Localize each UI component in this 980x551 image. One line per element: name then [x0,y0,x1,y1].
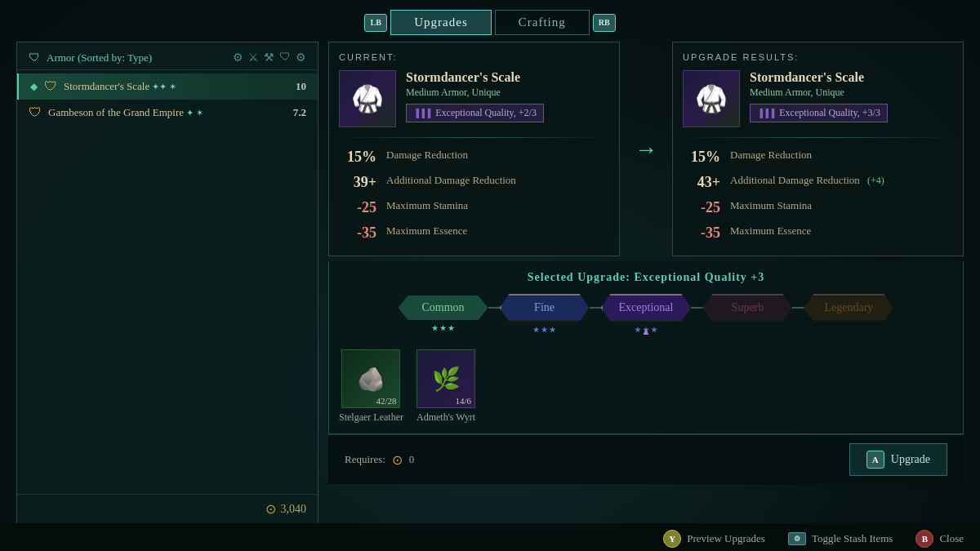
star-icon [533,327,540,333]
material-icon-box: 🌿 14/6 [416,349,475,408]
upgrade-item-info: Stormdancer's Scale Medium Armor, Unique… [750,70,953,127]
requires-section: Requires: ⊙ 0 [345,452,414,468]
toggle-button-icon: ⚙ [788,532,806,545]
item-level: 7.2 [293,106,306,119]
top-nav: LB Upgrades Crafting RB [0,0,980,42]
current-item-name: Stormdancer's Scale [406,70,609,85]
preview-upgrades-label: Preview Upgrades [687,532,765,545]
stat-row: 15% Damage Reduction [339,144,609,170]
tier-item-superb: Superb [702,294,792,322]
divider [339,137,609,138]
tier-connector [792,307,804,309]
tier-superb-button[interactable]: Superb [702,294,792,322]
current-item-type: Medium Armor, Unique [406,87,609,99]
comparison-arrow: → [630,42,662,256]
upgrade-label: Upgrade [891,453,930,466]
comparison-row: CURRENT: 🥋 Stormdancer's Scale Medium Ar… [328,42,964,256]
current-panel: CURRENT: 🥋 Stormdancer's Scale Medium Ar… [328,42,620,256]
current-tier-arrow: ▲ [641,326,651,338]
armor-category-label: Armor (Sorted by: Type) [47,51,152,64]
stat-row: -35 Maximum Essence [339,220,609,246]
lb-trigger[interactable]: LB [364,14,387,32]
stat-val: -25 [689,199,720,216]
stat-name: Maximum Essence [730,224,947,238]
material-count: 14/6 [456,396,472,406]
item-name: Stormdancer's Scale ✦✦ ✶ [64,80,289,93]
upgrade-item-name: Stormdancer's Scale [750,70,953,85]
leather-icon: 🪨 [357,366,385,393]
close-action[interactable]: B Close [915,530,964,548]
star-icon [448,325,455,331]
left-panel-footer: ⊙ 3,040 [17,494,318,523]
upgrade-tiers: Common Fine [339,294,953,322]
gear-icon: ⚙ [296,51,306,64]
quality-text: Exceptional Quality, +3/3 [779,107,880,119]
requires-coin-icon: ⊙ [392,452,403,468]
quality-icon: ▐▐▐ [757,109,774,118]
toggle-stash-label: Toggle Stash Items [812,532,893,545]
upgrade-results-panel: UPGRADE RESULTS: 🥋 Stormdancer's Scale M… [672,42,964,256]
content-area: 🛡 Armor (Sorted by: Type) ⚙ ⚔ ⚒ 🛡 ⚙ ◆ 🛡 … [0,42,980,523]
toolbar-icons: ⚙ ⚔ ⚒ 🛡 ⚙ [233,51,306,64]
coin-icon: ⊙ [265,501,276,517]
selected-upgrade-title: Selected Upgrade: Exceptional Quality +3 [339,271,953,284]
upgrade-key: A [866,451,884,469]
star-icon [432,325,439,331]
wyrt-icon: 🌿 [432,366,461,393]
item-icon: 🛡 [44,79,57,94]
craft-icon: ⚒ [264,51,274,64]
equipment-list: ◆ 🛡 Stormdancer's Scale ✦✦ ✶ 10 🛡 Gambes… [17,70,318,494]
upgrade-button[interactable]: A Upgrade [849,443,947,476]
stat-name: Maximum Essence [386,224,603,238]
stat-row: 43+ Additional Damage Reduction (+4) [683,170,953,195]
preview-upgrades-action[interactable]: Y Preview Upgrades [663,530,765,548]
requires-value: 0 [409,453,415,466]
close-label: Close [939,532,964,545]
tab-upgrades[interactable]: Upgrades [390,10,491,35]
star-icon [541,327,548,333]
tier-item-fine: Fine [500,294,590,322]
current-quality-badge: ▐▐▐ Exceptional Quality, +2/3 [406,104,544,122]
tier-fine-stars [533,327,556,333]
left-panel: 🛡 Armor (Sorted by: Type) ⚙ ⚔ ⚒ 🛡 ⚙ ◆ 🛡 … [16,42,318,523]
stat-bonus: (+4) [867,175,884,186]
toggle-stash-action[interactable]: ⚙ Toggle Stash Items [788,532,893,545]
selected-label: Selected Upgrade: [528,271,630,283]
tier-connector [590,307,601,309]
tier-legendary-button[interactable]: Legendary [804,294,893,322]
star-icon [635,327,641,333]
stat-row: -25 Maximum Stamina [683,195,953,220]
stat-val: 43+ [689,174,720,191]
quality-icon: ▐▐▐ [413,109,430,118]
stat-row: -35 Maximum Essence [683,220,953,246]
current-item-header: 🥋 Stormdancer's Scale Medium Armor, Uniq… [339,70,609,127]
list-item[interactable]: 🛡 Gambeson of the Grand Empire ✦ ✶ 7.2 [17,100,318,126]
tab-crafting[interactable]: Crafting [495,10,590,35]
left-panel-header: 🛡 Armor (Sorted by: Type) ⚙ ⚔ ⚒ 🛡 ⚙ [17,42,318,70]
armor-icon: 🛡 [29,51,40,64]
tier-common-stars [432,325,455,331]
material-icon-box: 🪨 42/28 [341,349,400,408]
item-stars: ✦✦ ✶ [152,82,176,91]
quality-text: Exceptional Quality, +2/3 [435,107,537,119]
upgrade-item-type: Medium Armor, Unique [750,87,953,99]
rb-trigger[interactable]: RB [593,14,616,32]
b-button-icon: B [915,530,933,548]
shield-icon: 🛡 [279,51,291,64]
stat-val: 15% [689,149,720,166]
stat-name: Damage Reduction [386,149,603,162]
armor-thumbnail-icon: 🥋 [351,83,384,114]
list-item[interactable]: ◆ 🛡 Stormdancer's Scale ✦✦ ✶ 10 [17,73,318,100]
stat-name: Additional Damage Reduction (+4) [730,174,947,187]
right-main: CURRENT: 🥋 Stormdancer's Scale Medium Ar… [318,42,964,523]
currency-value: 3,040 [281,503,307,516]
footer-actions: Y Preview Upgrades ⚙ Toggle Stash Items … [0,523,980,551]
item-stars: ✦ ✶ [186,108,203,118]
tier-fine-button[interactable]: Fine [500,294,590,322]
tier-exceptional-button[interactable]: Exceptional [601,294,692,322]
stat-val: 39+ [345,174,376,191]
current-item-info: Stormdancer's Scale Medium Armor, Unique… [406,70,609,127]
tier-common-button[interactable]: Common [399,295,488,320]
filter-icon: ⚔ [248,51,259,64]
upgrade-quality-badge: ▐▐▐ Exceptional Quality, +3/3 [750,104,888,122]
